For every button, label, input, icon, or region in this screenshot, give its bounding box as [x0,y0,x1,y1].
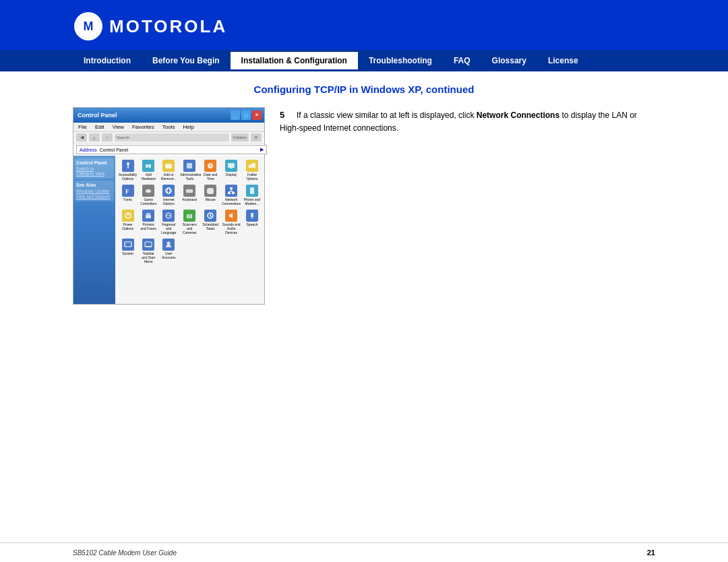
xp-icon-img-folder-options [246,160,258,172]
step-text-before-bold: If a classic view similar to at left is … [297,111,477,120]
xp-icon-regional-language[interactable]: Regional and Language [159,208,178,236]
xp-menu-file[interactable]: File [76,123,89,131]
svg-marker-41 [229,213,233,218]
xp-icon-img-internet-options [162,185,175,197]
xp-maximize-button[interactable]: □ [241,111,251,120]
xp-icon-internet-options[interactable]: Internet Options [159,183,178,207]
xp-forward-button[interactable]: ▶ [89,133,100,142]
xp-sidebar-link-category[interactable]: Switch to Category View [76,166,113,176]
xp-icon-add-remove[interactable]: Add or Remove... [159,158,178,182]
xp-sidebar: Control Panel Switch to Category View Se… [73,156,115,304]
xp-address-value: Control Panel [100,148,260,152]
xp-icon-label-sounds-audio: Sounds and Audio Devices [222,222,241,235]
nav-item-troubleshooting[interactable]: Troubleshooting [358,52,443,69]
xp-icon-power-options[interactable]: Power Options [118,208,138,236]
svg-point-2 [127,162,129,165]
xp-icon-sounds-audio[interactable]: Sounds and Audio Devices [221,208,241,236]
xp-icon-img-date-time [204,160,216,172]
step-content: 5 If a classic view similar to at left i… [280,107,655,134]
nav-item-license[interactable]: License [537,52,589,69]
main-content: Configuring TCP/IP in Windows XP, contin… [0,71,728,313]
xp-icon-fonts[interactable]: F Fonts [118,183,138,207]
xp-sidebar-link-windows-update[interactable]: Windows Update [76,189,113,193]
xp-icon-admin-tools[interactable]: Administrative Tools [179,158,200,182]
svg-rect-17 [186,189,193,193]
xp-close-button[interactable]: ✕ [252,111,262,120]
xp-icon-printers-faxes[interactable]: Printers and Faxes [139,208,158,236]
step-bold-text: Network Connections [477,111,559,120]
xp-icon-folder-options[interactable]: Folder Options [243,158,262,182]
xp-up-button[interactable]: ↑ [102,133,113,142]
nav-item-faq[interactable]: FAQ [443,52,481,69]
xp-icon-label-mouse: Mouse [206,197,216,201]
svg-rect-24 [232,192,235,194]
xp-icon-date-time[interactable]: Date and Time [201,158,220,182]
xp-icon-taskbar[interactable]: Taskbar and Start Menu [139,237,158,265]
xp-menu-favorites[interactable]: Favorites [130,123,156,131]
xp-icon-img-scanners-cameras [183,210,195,222]
nav-item-before-you-begin[interactable]: Before You Begin [142,52,231,69]
svg-rect-12 [230,168,233,168]
svg-rect-29 [250,187,254,194]
xp-icon-phone-modem[interactable]: Phone and Modem... [243,183,262,207]
xp-icon-label-date-time: Date and Time [202,173,219,181]
nav-item-installation-configuration[interactable]: Installation & Configuration [231,52,358,69]
xp-folders-button[interactable]: Folders [231,133,249,142]
nav-item-introduction[interactable]: Introduction [73,52,142,69]
xp-icon-label-power-options: Power Options [119,222,137,230]
xp-icon-img-regional-language [162,210,175,222]
xp-icon-img-accessibility [122,160,134,172]
xp-history-button[interactable]: III [251,133,262,142]
xp-icon-scheduled-tasks[interactable]: Scheduled Tasks [201,208,220,236]
page-container: M MOTOROLA Introduction Before You Begin… [0,0,728,562]
xp-go-button[interactable]: ▶ [260,147,264,152]
footer-page-number: 21 [647,549,655,557]
xp-icon-label-network-connections: Network Connections [222,197,241,206]
xp-back-button[interactable]: ◀ [76,133,87,142]
xp-icon-label-printers-faxes: Printers and Faxes [140,222,157,230]
svg-rect-23 [228,192,231,194]
xp-icon-img-taskbar [142,239,154,251]
xp-icon-label-phone-modem: Phone and Modem... [243,197,261,206]
xp-icon-label-game-controllers: Game Controllers [140,197,157,206]
xp-icon-label-system: System [122,251,133,255]
xp-menu-edit[interactable]: Edit [93,123,107,131]
content-area: Control Panel _ □ ✕ File Edit View Favor… [73,107,655,305]
xp-icon-keyboard[interactable]: Keyboard [179,183,200,207]
xp-minimize-button[interactable]: _ [231,111,240,120]
xp-icon-add-hardware[interactable]: + Add Hardware [139,158,158,182]
xp-sidebar-link-help[interactable]: Help and Support [76,194,113,199]
xp-icon-game-controllers[interactable]: Game Controllers [139,183,158,207]
xp-icon-display[interactable]: Display [221,158,241,182]
xp-icon-img-power-options [122,210,134,222]
motorola-logo: M MOTOROLA [74,12,227,40]
xp-search-bar[interactable]: Search [115,133,229,142]
xp-icon-mouse[interactable]: Mouse [201,183,220,207]
xp-sidebar-title-2: See Also [76,183,113,187]
xp-icon-user-accounts[interactable]: User Accounts [159,237,178,265]
xp-titlebar-buttons: _ □ ✕ [231,111,262,120]
xp-icon-label-display: Display [226,173,237,177]
xp-icon-label-accessibility: Accessibility Options [119,173,137,181]
xp-addressbar[interactable]: Address Control Panel ▶ [76,145,267,154]
xp-menu-tools[interactable]: Tools [160,123,177,131]
xp-menu-help[interactable]: Help [181,123,195,131]
svg-rect-7 [187,163,192,168]
xp-icon-system[interactable]: System [118,237,138,265]
xp-icon-scanners-cameras[interactable]: Scanners and Cameras [179,208,200,236]
xp-icon-img-phone-modem [246,185,258,197]
xp-icon-img-fonts: F [122,185,134,197]
xp-icon-label-admin-tools: Administrative Tools [180,173,199,181]
nav-item-glossary[interactable]: Glossary [481,52,537,69]
xp-menu-view[interactable]: View [111,123,126,131]
svg-point-45 [167,242,171,245]
xp-icon-img-game-controllers [142,185,154,197]
xp-icon-speech[interactable]: Speech [243,208,262,236]
page-title: Configuring TCP/IP in Windows XP, contin… [73,84,655,95]
xp-icon-accessibility[interactable]: Accessibility Options [118,158,138,182]
svg-rect-22 [230,187,233,189]
xp-icon-img-keyboard [183,185,195,197]
xp-icon-network-connections[interactable]: Network Connections [221,183,241,207]
svg-rect-33 [146,213,150,215]
xp-icon-img-display [225,160,237,172]
